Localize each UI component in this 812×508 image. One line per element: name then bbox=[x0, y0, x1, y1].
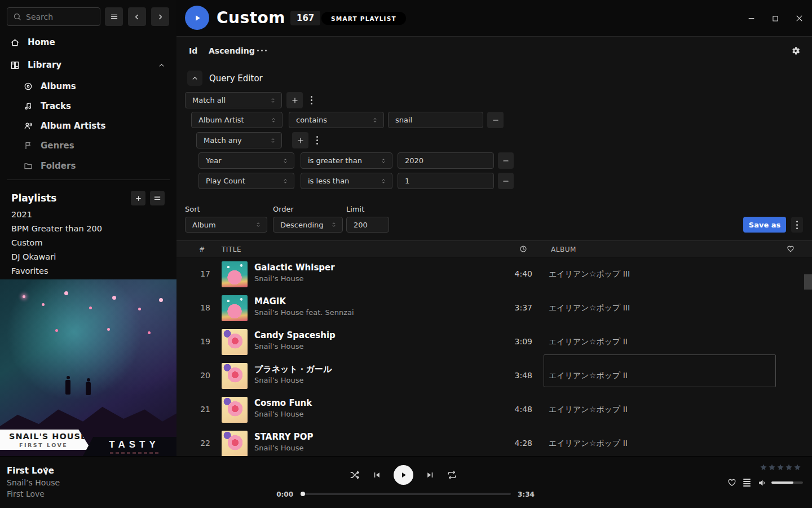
playlist-list-button[interactable] bbox=[150, 191, 165, 205]
repeat-icon[interactable] bbox=[447, 470, 457, 480]
track-number: 20 bbox=[192, 371, 210, 380]
sidebar-item-library[interactable]: Library bbox=[10, 60, 61, 70]
now-playing-album[interactable]: First Love bbox=[7, 489, 45, 498]
rule-operator-select[interactable]: contains bbox=[289, 112, 384, 128]
match-all-select[interactable]: Match all bbox=[185, 92, 282, 108]
sidebar-item-album-artists[interactable]: Album Artists bbox=[24, 121, 105, 131]
group-menu-icon[interactable] bbox=[313, 132, 321, 148]
rule-field-select[interactable]: Album Artist bbox=[191, 112, 283, 128]
maximize-button[interactable] bbox=[770, 14, 780, 23]
close-button[interactable] bbox=[795, 14, 804, 23]
track-album[interactable]: エイリアン☆ポップ III bbox=[549, 303, 630, 313]
query-editor-collapse-button[interactable] bbox=[187, 71, 202, 86]
sidebar-item-albums[interactable]: Albums bbox=[24, 81, 76, 91]
seek-knob[interactable] bbox=[301, 492, 305, 496]
track-album[interactable]: エイリアン☆ポップ II bbox=[549, 405, 628, 415]
play-pause-button[interactable] bbox=[394, 465, 413, 485]
shuffle-icon[interactable] bbox=[350, 470, 360, 480]
playlist-item[interactable]: BPM Greater than 200 bbox=[11, 224, 102, 233]
match-any-select[interactable]: Match any bbox=[196, 132, 282, 148]
rule-value-input[interactable] bbox=[398, 173, 494, 189]
now-playing-title[interactable]: First Love bbox=[7, 466, 54, 476]
group-menu-icon[interactable] bbox=[307, 92, 315, 108]
more-options-icon[interactable] bbox=[257, 50, 267, 51]
nav-back-button[interactable] bbox=[128, 7, 146, 26]
stepper-icon bbox=[282, 178, 289, 185]
sort-field-button[interactable]: Id bbox=[189, 46, 197, 55]
sidebar-item-folders[interactable]: Folders bbox=[24, 161, 76, 171]
playlist-item[interactable]: DJ Okawari bbox=[11, 252, 56, 261]
select-value: is greater than bbox=[308, 156, 362, 165]
add-rule-button[interactable] bbox=[286, 92, 303, 108]
chevron-right-icon bbox=[156, 13, 164, 21]
track-row[interactable]: 19 Candy Spaceship Snail’s House 3:09 エイ… bbox=[176, 325, 812, 359]
add-rule-button[interactable] bbox=[292, 132, 308, 148]
save-as-button[interactable]: Save as bbox=[743, 217, 786, 233]
track-row[interactable]: 17 Galactic Whisper Snail’s House 4:40 エ… bbox=[176, 257, 812, 291]
sort-select[interactable]: Album bbox=[185, 217, 267, 233]
sidebar-item-genres[interactable]: Genres bbox=[24, 141, 74, 151]
previous-track-icon[interactable] bbox=[373, 471, 381, 479]
playlist-item[interactable]: Favorites bbox=[11, 266, 48, 275]
track-row[interactable]: 18 MAGIK Snail’s House feat. Sennzai 3:3… bbox=[176, 291, 812, 325]
rule-field-select[interactable]: Play Count bbox=[198, 173, 294, 189]
track-row[interactable]: 21 Cosmo Funk Snail’s House 4:48 エイリアン☆ポ… bbox=[176, 393, 812, 427]
chevron-up-icon[interactable] bbox=[158, 62, 165, 69]
favorite-column-heart-icon[interactable] bbox=[787, 245, 795, 253]
track-album[interactable]: エイリアン☆ポップ III bbox=[549, 269, 630, 279]
column-title[interactable]: TITLE bbox=[222, 246, 241, 253]
track-duration: 3:09 bbox=[493, 337, 532, 346]
remove-rule-button[interactable] bbox=[498, 152, 514, 169]
minimize-button[interactable] bbox=[747, 14, 756, 23]
menu-button[interactable] bbox=[105, 7, 123, 26]
track-duration: 3:37 bbox=[493, 303, 532, 312]
rule-operator-select[interactable]: is greater than bbox=[301, 152, 392, 169]
add-playlist-button[interactable] bbox=[131, 191, 145, 205]
volume-slider[interactable] bbox=[771, 481, 803, 484]
sidebar: Home Library Albums Tracks Album Artists… bbox=[0, 0, 176, 456]
hamburger-icon bbox=[110, 12, 118, 21]
rating-stars[interactable] bbox=[760, 463, 801, 471]
track-album[interactable]: エイリアン☆ポップ II bbox=[549, 337, 628, 347]
play-playlist-button[interactable] bbox=[185, 6, 209, 30]
album-cell-focus-ring bbox=[544, 354, 776, 387]
sidebar-item-label: Genres bbox=[41, 141, 74, 151]
rule-value-input[interactable] bbox=[398, 152, 494, 169]
stepper-icon bbox=[372, 117, 378, 124]
nav-forward-button[interactable] bbox=[151, 7, 169, 26]
track-list: 17 Galactic Whisper Snail’s House 4:40 エ… bbox=[176, 257, 812, 456]
scrollbar-thumb[interactable] bbox=[804, 274, 812, 290]
track-row[interactable]: 22 STARRY POP Snail’s House 4:28 エイリアン☆ポ… bbox=[176, 427, 812, 456]
favorite-heart-icon[interactable] bbox=[727, 478, 736, 487]
column-album[interactable]: ALBUM bbox=[551, 246, 576, 253]
sort-direction-button[interactable]: Ascending bbox=[209, 46, 255, 55]
order-select[interactable]: Descending bbox=[273, 217, 343, 233]
stepper-icon bbox=[270, 97, 276, 104]
sidebar-item-home[interactable]: Home bbox=[10, 37, 55, 47]
sidebar-item-tracks[interactable]: Tracks bbox=[24, 101, 71, 111]
save-menu-icon[interactable] bbox=[791, 217, 803, 233]
remove-rule-button[interactable] bbox=[498, 173, 514, 189]
playlist-item[interactable]: 2021 bbox=[11, 210, 32, 219]
column-number[interactable]: # bbox=[199, 246, 205, 253]
album-art-thumbnail bbox=[222, 329, 248, 355]
remove-rule-button[interactable] bbox=[487, 112, 504, 128]
rule-field-select[interactable]: Year bbox=[198, 152, 294, 169]
rule-operator-select[interactable]: is less than bbox=[301, 173, 392, 189]
now-playing-artist[interactable]: Snail’s House bbox=[7, 478, 60, 487]
seek-slider[interactable] bbox=[302, 493, 511, 495]
rule-value-input[interactable] bbox=[388, 112, 483, 128]
search-box[interactable] bbox=[7, 7, 100, 26]
duration-column-clock-icon[interactable] bbox=[519, 245, 527, 253]
gear-icon[interactable] bbox=[791, 46, 801, 56]
now-playing-artwork[interactable]: SNAIL'S HOUSE FIRST LOVE TASTY bbox=[0, 279, 176, 456]
limit-input[interactable] bbox=[346, 217, 389, 233]
star-icon bbox=[793, 463, 801, 471]
queue-icon[interactable] bbox=[743, 479, 751, 487]
track-album[interactable]: エイリアン☆ポップ II bbox=[549, 439, 628, 449]
search-input[interactable] bbox=[26, 12, 88, 21]
volume-icon[interactable] bbox=[758, 478, 767, 488]
next-track-icon[interactable] bbox=[426, 471, 434, 479]
now-playing-menu-icon[interactable] bbox=[45, 467, 47, 475]
playlist-item[interactable]: Custom bbox=[11, 238, 43, 247]
